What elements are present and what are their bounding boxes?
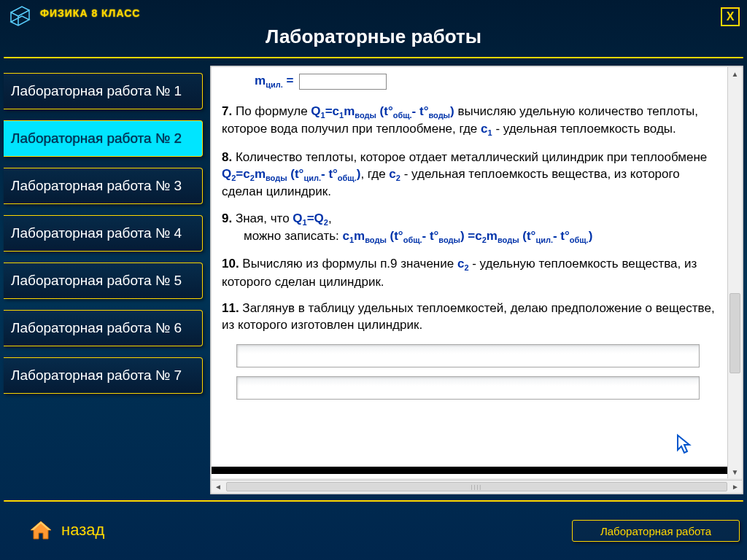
- scroll-down-arrow-icon[interactable]: ▼: [728, 465, 742, 478]
- sidebar-item-label: Лабораторная работа № 4: [11, 225, 182, 241]
- sidebar-item-label: Лабораторная работа № 7: [11, 368, 182, 384]
- sidebar: Лабораторная работа № 1 Лабораторная раб…: [4, 66, 210, 494]
- paragraph-7: 7. По формуле Q1=c1mводы (t°общ.- t°воды…: [222, 104, 717, 139]
- sidebar-item-lab-2[interactable]: Лабораторная работа № 2: [4, 120, 203, 157]
- footer-badge[interactable]: Лабораторная работа: [572, 520, 740, 542]
- divider: [4, 57, 743, 58]
- answer-input-1[interactable]: [236, 344, 700, 368]
- sidebar-item-label: Лабораторная работа № 2: [11, 131, 182, 147]
- document-body: mцил. = 7. По формуле Q1=c1mводы (t°общ.…: [212, 67, 727, 478]
- sidebar-item-lab-6[interactable]: Лабораторная работа № 6: [4, 310, 203, 346]
- page-title: Лабораторные работы: [0, 26, 747, 48]
- paragraph-8: 8. Количество теплоты, которое отдает ме…: [222, 149, 717, 201]
- paragraph-9: 9. Зная, что Q1=Q2, можно записать: c1mв…: [222, 211, 717, 246]
- scroll-left-arrow-icon[interactable]: ◄: [212, 481, 225, 493]
- sidebar-item-lab-3[interactable]: Лабораторная работа № 3: [4, 168, 203, 204]
- content-separator: [212, 467, 727, 474]
- sidebar-item-label: Лабораторная работа № 3: [11, 178, 182, 194]
- sidebar-item-label: Лабораторная работа № 5: [11, 273, 182, 289]
- home-icon: [29, 520, 53, 540]
- divider: [4, 500, 743, 502]
- sidebar-item-lab-4[interactable]: Лабораторная работа № 4: [4, 215, 203, 252]
- content-panel: mцил. = 7. По формуле Q1=c1mводы (t°общ.…: [210, 66, 743, 494]
- back-button[interactable]: назад: [29, 520, 104, 540]
- sidebar-item-lab-7[interactable]: Лабораторная работа № 7: [4, 357, 203, 394]
- mass-input[interactable]: [299, 74, 387, 90]
- sidebar-item-label: Лабораторная работа № 1: [11, 83, 182, 99]
- scroll-right-arrow-icon[interactable]: ►: [729, 481, 742, 493]
- paragraph-10: 10. Вычисляю из формулы п.9 значение c2 …: [222, 256, 717, 290]
- sidebar-item-label: Лабораторная работа № 6: [11, 320, 182, 336]
- mass-label: mцил. =: [255, 73, 293, 90]
- back-label: назад: [61, 521, 104, 540]
- close-button[interactable]: X: [721, 7, 740, 26]
- sidebar-item-lab-5[interactable]: Лабораторная работа № 5: [4, 262, 203, 299]
- sidebar-item-lab-1[interactable]: Лабораторная работа № 1: [4, 73, 203, 109]
- vertical-scrollbar[interactable]: ▲ ▼: [727, 67, 742, 478]
- scroll-thumb[interactable]: [729, 293, 740, 373]
- scroll-up-arrow-icon[interactable]: ▲: [728, 67, 742, 80]
- answer-input-2[interactable]: [236, 376, 700, 400]
- paragraph-11: 11. Заглянув в таблицу удельных теплоемк…: [222, 300, 717, 334]
- horizontal-scrollbar[interactable]: ◄ |||| ►: [212, 480, 742, 493]
- app-logo-text: ФИЗИКА 8 КЛАСС: [40, 7, 140, 19]
- hscroll-thumb[interactable]: ||||: [226, 482, 727, 491]
